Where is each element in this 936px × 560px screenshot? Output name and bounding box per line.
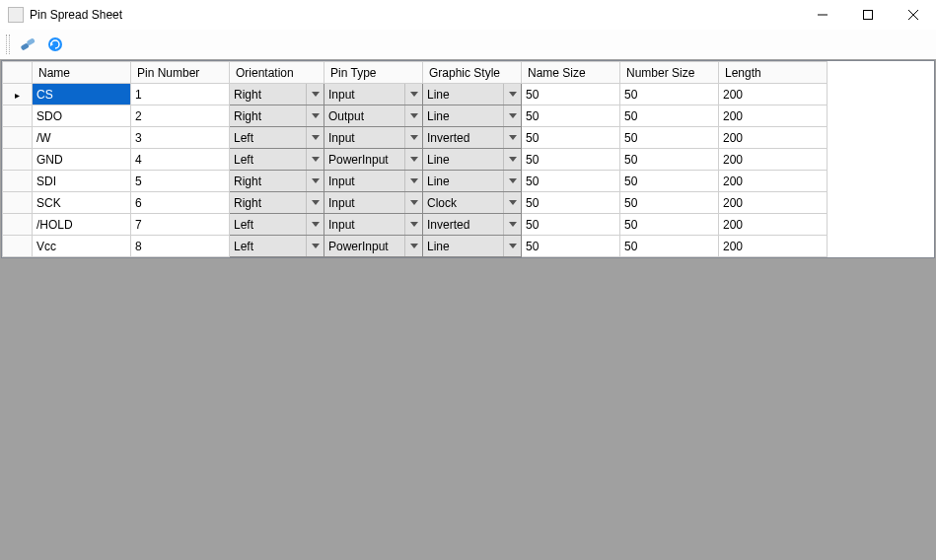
cell-name[interactable]: /W [33,127,131,149]
cell-pin-type[interactable]: Input [324,214,423,236]
dropdown-arrow[interactable] [306,236,324,256]
cell-number-size[interactable]: 50 [620,105,719,127]
cell-length[interactable]: 200 [719,171,828,192]
cell-pin-type[interactable]: Output [324,105,423,127]
toolbar-link-button[interactable] [16,33,39,56]
dropdown-arrow[interactable] [404,236,422,256]
row-selector[interactable] [3,105,33,127]
header-rowselector[interactable] [3,62,33,84]
cell-number-size[interactable]: 50 [620,171,719,192]
cell-name-size[interactable]: 50 [522,236,620,257]
cell-graphic-style[interactable]: Clock [423,192,522,214]
header-graphic-style[interactable]: Graphic Style [423,62,522,84]
cell-number-size[interactable]: 50 [620,192,719,214]
cell-pin-type[interactable]: Input [324,127,423,149]
dropdown-arrow[interactable] [306,127,324,148]
dropdown-arrow[interactable] [503,105,521,126]
table-row[interactable]: /W3LeftInputInverted5050200 [3,127,828,149]
cell-pin-number[interactable]: 6 [131,192,230,214]
row-selector[interactable] [3,149,33,171]
table-row[interactable]: GND4LeftPowerInputLine5050200 [3,149,828,171]
cell-graphic-style[interactable]: Inverted [423,214,522,236]
cell-length[interactable]: 200 [719,192,828,214]
dropdown-arrow[interactable] [306,149,324,170]
cell-orientation[interactable]: Right [230,84,324,105]
table-row[interactable]: SDI5RightInputLine5050200 [3,171,828,192]
titlebar[interactable]: Pin Spread Sheet [0,0,936,30]
cell-length[interactable]: 200 [719,84,828,105]
cell-pin-type[interactable]: Input [324,192,423,214]
cell-pin-number[interactable]: 8 [131,236,230,257]
cell-name[interactable]: /HOLD [33,214,131,236]
header-name-size[interactable]: Name Size [522,62,620,84]
cell-name-size[interactable]: 50 [522,149,620,171]
dropdown-arrow[interactable] [404,149,422,170]
cell-graphic-style[interactable]: Line [423,84,522,105]
cell-graphic-style[interactable]: Line [423,171,522,192]
pin-table[interactable]: Name Pin Number Orientation Pin Type Gra… [2,61,828,257]
table-row[interactable]: /HOLD7LeftInputInverted5050200 [3,214,828,236]
toolbar-refresh-button[interactable] [43,33,67,56]
row-selector[interactable]: ▸ [3,84,33,105]
row-selector[interactable] [3,214,33,236]
cell-graphic-style[interactable]: Line [423,236,522,257]
cell-name[interactable]: SDI [33,171,131,192]
table-row[interactable]: SCK6RightInputClock5050200 [3,192,828,214]
cell-name-size[interactable]: 50 [522,171,620,192]
dropdown-arrow[interactable] [306,84,324,105]
cell-number-size[interactable]: 50 [620,84,719,105]
cell-name-size[interactable]: 50 [522,127,620,149]
cell-pin-number[interactable]: 2 [131,105,230,127]
cell-name-size[interactable]: 50 [522,84,620,105]
row-selector[interactable] [3,236,33,257]
cell-name[interactable]: CS [33,84,131,105]
row-selector[interactable] [3,192,33,214]
cell-name-size[interactable]: 50 [522,192,620,214]
cell-orientation[interactable]: Left [230,236,324,257]
cell-number-size[interactable]: 50 [620,236,719,257]
cell-name[interactable]: GND [33,149,131,171]
dropdown-arrow[interactable] [503,127,521,148]
cell-orientation[interactable]: Right [230,192,324,214]
dropdown-arrow[interactable] [503,171,521,191]
dropdown-arrow[interactable] [404,84,422,105]
cell-name-size[interactable]: 50 [522,214,620,236]
cell-name[interactable]: SCK [33,192,131,214]
dropdown-arrow[interactable] [503,214,521,235]
header-name[interactable]: Name [33,62,131,84]
close-button[interactable] [891,0,936,30]
cell-orientation[interactable]: Left [230,149,324,171]
cell-number-size[interactable]: 50 [620,149,719,171]
table-row[interactable]: Vcc8LeftPowerInputLine5050200 [3,236,828,257]
cell-graphic-style[interactable]: Line [423,105,522,127]
row-selector[interactable] [3,127,33,149]
cell-number-size[interactable]: 50 [620,127,719,149]
dropdown-arrow[interactable] [503,84,521,105]
table-row[interactable]: ▸CS1RightInputLine5050200 [3,84,828,105]
cell-pin-number[interactable]: 7 [131,214,230,236]
dropdown-arrow[interactable] [503,236,521,256]
maximize-button[interactable] [845,0,891,30]
cell-pin-number[interactable]: 5 [131,171,230,192]
header-number-size[interactable]: Number Size [620,62,719,84]
cell-name[interactable]: SDO [33,105,131,127]
header-length[interactable]: Length [719,62,828,84]
cell-pin-type[interactable]: PowerInput [324,149,423,171]
row-selector[interactable] [3,171,33,192]
cell-pin-type[interactable]: Input [324,171,423,192]
dropdown-arrow[interactable] [503,192,521,213]
toolbar-grip[interactable] [6,35,10,54]
cell-orientation[interactable]: Left [230,214,324,236]
dropdown-arrow[interactable] [306,192,324,213]
cell-pin-type[interactable]: Input [324,84,423,105]
cell-graphic-style[interactable]: Inverted [423,127,522,149]
header-pin-number[interactable]: Pin Number [131,62,230,84]
cell-name[interactable]: Vcc [33,236,131,257]
dropdown-arrow[interactable] [404,192,422,213]
cell-pin-number[interactable]: 1 [131,84,230,105]
dropdown-arrow[interactable] [404,214,422,235]
header-pin-type[interactable]: Pin Type [324,62,423,84]
dropdown-arrow[interactable] [404,127,422,148]
cell-name-size[interactable]: 50 [522,105,620,127]
dropdown-arrow[interactable] [404,171,422,191]
